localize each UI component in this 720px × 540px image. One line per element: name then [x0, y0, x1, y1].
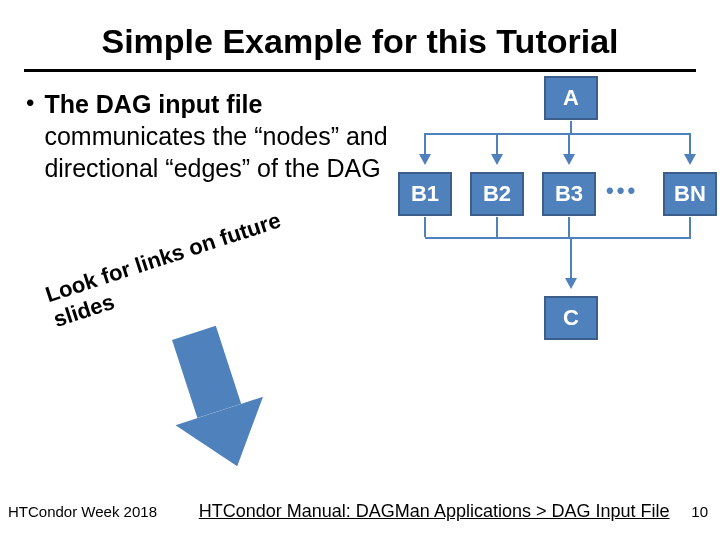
bullet-rest: communicates the “nodes” and directional… — [44, 122, 387, 182]
annotation-text: Look for links on future slides — [42, 203, 305, 333]
title-divider — [24, 69, 696, 72]
edge-line — [425, 133, 691, 135]
edge-line — [424, 217, 426, 237]
arrow-down-icon — [419, 154, 431, 165]
arrow-down-icon — [563, 154, 575, 165]
big-arrow-icon — [172, 319, 281, 473]
arrow-down-icon — [684, 154, 696, 165]
bullet-dot: • — [26, 88, 34, 118]
node-b1: B1 — [398, 172, 452, 216]
bullet-item: • The DAG input file communicates the “n… — [26, 88, 416, 184]
footer: HTCondor Week 2018 HTCondor Manual: DAGM… — [8, 501, 708, 522]
node-b3: B3 — [542, 172, 596, 216]
edge-line — [570, 239, 572, 279]
edge-line — [425, 237, 691, 239]
node-c: C — [544, 296, 598, 340]
footer-link[interactable]: HTCondor Manual: DAGMan Applications > D… — [199, 501, 670, 522]
edge-line — [568, 133, 570, 155]
edge-line — [570, 121, 572, 133]
edge-line — [496, 133, 498, 155]
content-area: • The DAG input file communicates the “n… — [0, 88, 720, 184]
edge-line — [496, 217, 498, 237]
edge-line — [689, 217, 691, 237]
arrow-down-icon — [491, 154, 503, 165]
edge-line — [424, 133, 426, 155]
node-b2: B2 — [470, 172, 524, 216]
slide-title: Simple Example for this Tutorial — [0, 0, 720, 69]
arrow-down-icon — [565, 278, 577, 289]
bullet-bold: The DAG input file — [44, 90, 262, 118]
node-bn: BN — [663, 172, 717, 216]
bullet-text: The DAG input file communicates the “nod… — [44, 88, 416, 184]
footer-event: HTCondor Week 2018 — [8, 503, 157, 520]
ellipsis-icon: ••• — [606, 178, 638, 204]
dag-diagram: A B1 B2 B3 ••• BN C — [400, 76, 720, 376]
node-a: A — [544, 76, 598, 120]
edge-line — [568, 217, 570, 237]
edge-line — [689, 133, 691, 155]
page-number: 10 — [691, 503, 708, 520]
